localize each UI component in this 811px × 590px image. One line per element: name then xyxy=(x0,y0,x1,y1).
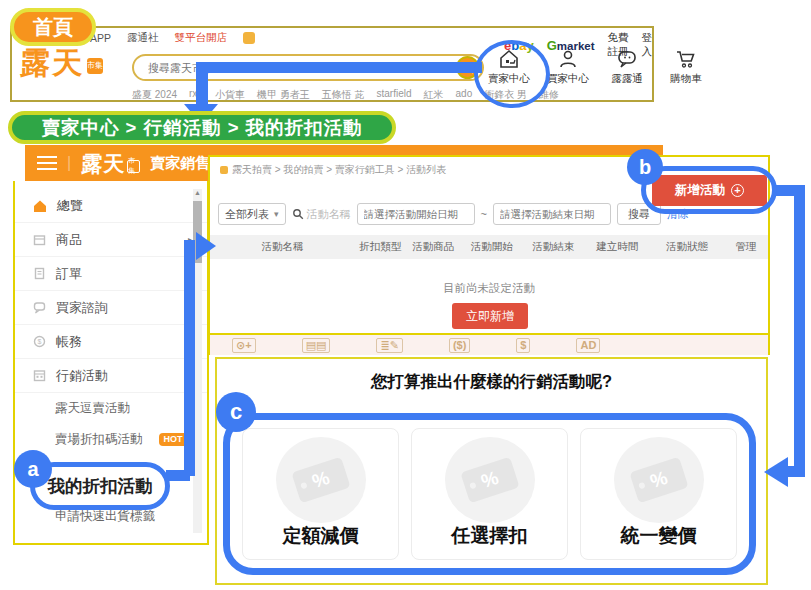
list-type-select[interactable]: 全部列表 ▾ xyxy=(218,203,286,225)
cart-icon xyxy=(675,48,697,70)
chevron-down-icon: ▾ xyxy=(274,209,279,219)
empty-state-text: 目前尚未設定活動 xyxy=(210,281,768,296)
percent-glyph: % xyxy=(629,457,688,504)
col-start: 活動開始 xyxy=(461,240,522,254)
chat-icon xyxy=(33,301,46,314)
keyword[interactable]: 紅米 xyxy=(424,88,444,102)
buyer-center-icon xyxy=(557,48,579,70)
col-status: 活動狀態 xyxy=(651,240,724,254)
col-manage: 管理 xyxy=(723,240,768,254)
step-c-marker: c xyxy=(216,392,256,432)
col-activity-name: 活動名稱 xyxy=(210,240,355,254)
discount-tag-icon: % xyxy=(445,437,535,523)
card-fixed-amount-discount[interactable]: % 定額減價 xyxy=(242,428,399,560)
breadcrumb-icon xyxy=(220,166,228,174)
lulutong-entry[interactable]: 露露通 xyxy=(604,48,650,86)
box-icon xyxy=(33,233,46,246)
arrow-left-icon xyxy=(764,457,788,487)
scroll-up-icon[interactable]: ▲ xyxy=(193,189,202,196)
tutorial-canvas: APP 露通社 雙平台開店 ebay Gmarket 免費註冊 登入 露天 市集… xyxy=(0,0,811,590)
search-icon xyxy=(292,208,304,220)
header-divider: | xyxy=(67,154,71,172)
discount-tag-icon: % xyxy=(276,437,366,523)
sidebar-label: 行銷活動 xyxy=(56,367,108,385)
promo-type-panel: 您打算推出什麼樣的行銷活動呢? % 定額減價 % 任選擇扣 % 統一變價 xyxy=(215,357,768,585)
col-created: 建立時間 xyxy=(584,240,651,254)
seller-center-highlight-circle xyxy=(474,40,550,108)
breadcrumb-text: 露天拍賣 > 我的拍賣 > 賣家行銷工具 > 活動列表 xyxy=(232,163,446,177)
chat-icon xyxy=(616,48,638,70)
sidebar-label: 買家諮詢 xyxy=(56,299,108,317)
sidebar-label: 商品 xyxy=(56,231,82,249)
sidebar-item-orders[interactable]: 訂單 ▸ xyxy=(15,257,207,291)
activity-name-placeholder: 活動名稱 xyxy=(307,207,351,222)
col-end: 活動結束 xyxy=(522,240,583,254)
cart-entry[interactable]: 購物車 xyxy=(663,48,709,86)
keyword[interactable]: 機甲 勇者王 xyxy=(257,88,310,102)
sidebar-label: 露天逗賣活動 xyxy=(55,400,130,417)
col-activity-items: 活動商品 xyxy=(405,240,461,254)
seller-header-logo[interactable]: 露天 市集 xyxy=(81,153,140,174)
keyword[interactable]: starfield xyxy=(377,88,412,102)
sidebar-item-products[interactable]: 商品 ▸ xyxy=(15,223,207,257)
seller-logo-badge: 市集 xyxy=(127,160,140,173)
percent-glyph: % xyxy=(460,457,519,504)
homepage-utility-nav: APP 露通社 雙平台開店 xyxy=(90,31,255,45)
connector-line xyxy=(794,185,805,477)
ruten-logo-badge: 市集 xyxy=(87,58,103,74)
keyword[interactable]: ado xyxy=(456,88,473,102)
sidebar-label: 訂單 xyxy=(56,265,82,283)
sidebar-label: 帳務 xyxy=(56,333,82,351)
tickets-icon: ▤▤ xyxy=(302,338,331,353)
step-b-marker: b xyxy=(627,149,663,185)
tag-icon: ⊙+ xyxy=(232,338,256,353)
sidebar-label: 申請快速出貨標籤 xyxy=(55,508,155,525)
sidebar-item-coupon[interactable]: 賣場折扣碼活動 HOT xyxy=(15,423,207,455)
buyer-center-label: 買家中心 xyxy=(547,72,589,86)
ruten-logo[interactable]: 露天 市集 xyxy=(20,48,103,78)
lulutong-label: 露露通 xyxy=(611,72,643,86)
breadcrumb: 露天拍賣 > 我的拍賣 > 賣家行銷工具 > 活動列表 xyxy=(220,163,446,177)
checklist-icon: ≣✎ xyxy=(376,338,402,353)
sidebar-item-ruten-sale[interactable]: 露天逗賣活動 xyxy=(15,393,207,423)
card-pick-any-discount[interactable]: % 任選擇扣 xyxy=(411,428,568,560)
end-date-input[interactable] xyxy=(493,203,611,225)
activity-name-field[interactable]: 活動名稱 xyxy=(292,207,351,222)
document-icon xyxy=(33,267,46,280)
col-discount-type: 折扣類型 xyxy=(355,240,405,254)
card-label: 定額減價 xyxy=(283,523,359,549)
home-label-bubble: 首頁 xyxy=(10,8,96,46)
card-label: 任選擇扣 xyxy=(452,523,528,549)
step-a-marker: a xyxy=(14,450,52,488)
calendar-grid-icon xyxy=(33,369,46,382)
sidebar-item-overview[interactable]: 總覽 xyxy=(15,189,207,223)
connector-line xyxy=(196,62,208,108)
table-header-row: 活動名稱 折扣類型 活動商品 活動開始 活動結束 建立時間 活動狀態 管理 xyxy=(210,235,768,259)
keyword[interactable]: 盛夏 2024 xyxy=(132,88,177,102)
dual-platform-icon xyxy=(243,32,255,44)
sidebar-label: 總覽 xyxy=(57,197,83,215)
svg-text:$: $ xyxy=(38,338,42,345)
sidebar-item-marketing[interactable]: 行銷活動 ▾ xyxy=(15,359,207,393)
keyword[interactable]: 小貨車 xyxy=(215,88,245,102)
list-type-value: 全部列表 xyxy=(225,207,269,222)
connector-line xyxy=(166,470,190,481)
card-uniform-price-change[interactable]: % 統一變價 xyxy=(580,428,737,560)
start-date-input[interactable] xyxy=(357,203,475,225)
seller-logo-text: 露天 xyxy=(81,153,125,174)
sidebar-item-buyer-inquiry[interactable]: 買家諮詢 ▸ xyxy=(15,291,207,325)
buyer-center-entry[interactable]: 買家中心 xyxy=(545,48,591,86)
sidebar-item-accounting[interactable]: $ 帳務 ▸ xyxy=(15,325,207,359)
hamburger-menu-icon[interactable] xyxy=(37,162,57,165)
discount-tag-icon: % xyxy=(614,437,704,523)
connector-line xyxy=(184,240,195,476)
promo-question: 您打算推出什麼樣的行銷活動呢? xyxy=(217,371,766,393)
dollar-shield-icon: $ xyxy=(516,338,530,353)
add-now-button[interactable]: 立即新增 xyxy=(452,303,528,329)
percent-glyph: % xyxy=(291,457,350,504)
link-dual-platform[interactable]: 雙平台開店 xyxy=(175,31,228,45)
keyword[interactable]: 五條悟 茈 xyxy=(322,88,365,102)
sidebar-label: 賣場折扣碼活動 xyxy=(55,431,143,448)
promo-cards-highlight: % 定額減價 % 任選擇扣 % 統一變價 xyxy=(223,413,756,575)
link-lutong[interactable]: 露通社 xyxy=(127,31,159,45)
